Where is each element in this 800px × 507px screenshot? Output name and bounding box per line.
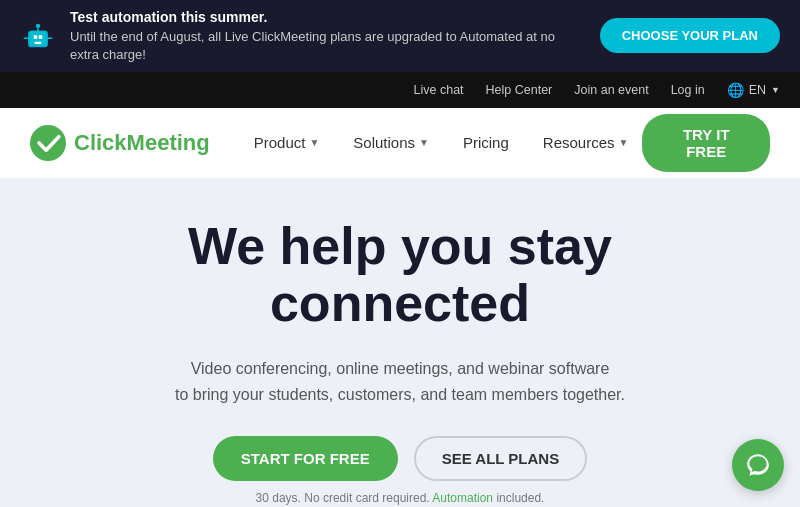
nav-item-pricing[interactable]: Pricing — [449, 126, 523, 159]
announcement-body: Until the end of August, all Live ClickM… — [70, 29, 555, 62]
logo[interactable]: ClickMeeting — [30, 125, 210, 161]
main-nav-links: Product ▼ Solutions ▼ Pricing Resources … — [240, 126, 643, 159]
automation-link[interactable]: Automation — [432, 491, 493, 505]
main-nav: ClickMeeting Product ▼ Solutions ▼ Prici… — [0, 108, 800, 178]
see-all-plans-button[interactable]: SEE ALL PLANS — [414, 436, 588, 481]
hero-section: We help you stay connected Video confere… — [0, 178, 800, 507]
nav-item-resources[interactable]: Resources ▼ — [529, 126, 643, 159]
chevron-down-icon: ▼ — [309, 137, 319, 148]
announcement-text: Test automation this summer. Until the e… — [70, 8, 586, 64]
log-in-link[interactable]: Log in — [671, 83, 705, 97]
live-chat-link[interactable]: Live chat — [414, 83, 464, 97]
chevron-down-icon: ▼ — [419, 137, 429, 148]
hero-subtitle: Video conferencing, online meetings, and… — [175, 356, 625, 407]
announcement-title: Test automation this summer. — [70, 9, 267, 25]
nav-item-solutions[interactable]: Solutions ▼ — [339, 126, 443, 159]
help-center-link[interactable]: Help Center — [486, 83, 553, 97]
hero-buttons: START FOR FREE SEE ALL PLANS — [213, 436, 587, 481]
choose-plan-button[interactable]: CHOOSE YOUR PLAN — [600, 18, 780, 53]
svg-rect-1 — [34, 35, 38, 39]
lang-label: EN — [749, 83, 766, 97]
chevron-down-icon: ▼ — [771, 85, 780, 95]
globe-icon: 🌐 — [727, 82, 744, 98]
announcement-bar: Test automation this summer. Until the e… — [0, 0, 800, 72]
chat-icon — [745, 452, 771, 478]
hero-title: We help you stay connected — [188, 218, 612, 332]
language-selector[interactable]: 🌐 EN ▼ — [727, 82, 780, 98]
svg-rect-0 — [29, 31, 48, 47]
clickmeeting-logo-icon — [30, 125, 66, 161]
svg-rect-3 — [34, 42, 41, 44]
nav-item-product[interactable]: Product ▼ — [240, 126, 334, 159]
svg-point-5 — [36, 24, 40, 28]
svg-point-8 — [30, 125, 66, 161]
top-nav: Live chat Help Center Join an event Log … — [0, 72, 800, 108]
hero-note: 30 days. No credit card required. Automa… — [256, 491, 545, 505]
chat-bubble-button[interactable] — [732, 439, 784, 491]
chevron-down-icon: ▼ — [619, 137, 629, 148]
start-free-button[interactable]: START FOR FREE — [213, 436, 398, 481]
svg-rect-2 — [39, 35, 43, 39]
logo-text: ClickMeeting — [74, 130, 210, 156]
robot-icon — [20, 18, 56, 54]
join-event-link[interactable]: Join an event — [574, 83, 648, 97]
hero-title-connected: connected — [270, 275, 530, 332]
try-free-button[interactable]: TRY IT FREE — [642, 114, 770, 172]
